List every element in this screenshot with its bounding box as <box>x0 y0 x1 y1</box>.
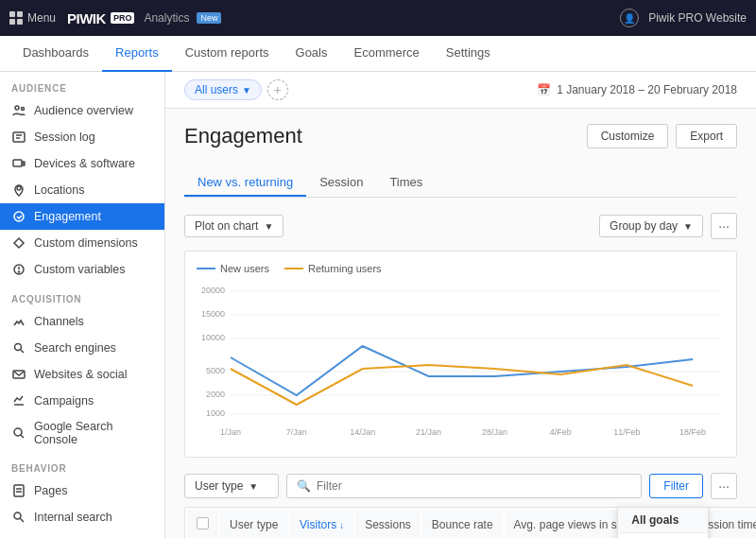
user-icon[interactable]: 👤 <box>620 9 639 27</box>
chevron-down-icon: ▼ <box>683 221 693 232</box>
filter-button[interactable]: Filter <box>649 474 703 498</box>
nav-ecommerce[interactable]: Ecommerce <box>340 36 432 72</box>
top-bar: Menu PIWIKPRO Analytics New 👤 Piwik PRO … <box>0 0 756 36</box>
sidebar-label: Audience overview <box>34 104 133 117</box>
audience-section-label: AUDIENCE <box>0 72 164 97</box>
legend-new-users: New users <box>197 263 269 274</box>
sidebar-item-outlinks[interactable]: Outlinks <box>0 530 164 538</box>
logo-analytics: Analytics <box>144 11 189 25</box>
logo-pro: PRO <box>111 12 135 24</box>
svg-text:7/Jan: 7/Jan <box>286 427 307 437</box>
table-more-button[interactable]: ··· <box>711 473 737 499</box>
chart-controls: Plot on chart ▼ Group by day ▼ ··· <box>184 213 737 239</box>
select-all-checkbox[interactable] <box>197 517 209 529</box>
svg-text:1/Jan: 1/Jan <box>220 427 241 437</box>
logo-new-badge: New <box>197 12 221 24</box>
export-button[interactable]: Export <box>676 124 737 148</box>
nav-goals[interactable]: Goals <box>283 36 341 72</box>
th-user-type: User type <box>220 510 288 538</box>
plot-label: Plot on chart <box>195 219 258 233</box>
sidebar-item-audience-overview[interactable]: Audience overview <box>0 97 164 124</box>
locations-icon <box>11 182 26 198</box>
svg-text:20000: 20000 <box>201 286 225 295</box>
nav-custom-reports[interactable]: Custom reports <box>172 36 283 72</box>
svg-point-11 <box>19 271 20 272</box>
sidebar-label: Custom variables <box>34 263 126 276</box>
sidebar-item-locations[interactable]: Locations <box>0 177 164 203</box>
sidebar-label: Locations <box>34 183 85 197</box>
date-range[interactable]: 📅 1 January 2018 – 20 February 2018 <box>537 83 737 96</box>
sidebar-item-campaigns[interactable]: Campaigns <box>0 388 164 414</box>
chart-more-button[interactable]: ··· <box>711 213 737 239</box>
sidebar-label: Google Search Console <box>34 420 153 446</box>
chevron-down-icon: ▼ <box>249 481 258 492</box>
segment-pill[interactable]: All users ▼ <box>184 79 262 100</box>
svg-point-0 <box>15 106 19 110</box>
svg-text:21/Jan: 21/Jan <box>416 427 441 437</box>
svg-point-8 <box>14 212 24 221</box>
logo: PIWIKPRO Analytics New <box>67 10 221 26</box>
th-visitors: Visitors ↓ <box>290 510 353 538</box>
goals-dropdown: All goals Conversions <box>617 507 709 538</box>
goals-item-conversions[interactable]: Conversions <box>618 533 708 538</box>
customize-button[interactable]: Customize <box>587 124 669 148</box>
logo-piwik: PIWIK <box>67 10 106 26</box>
svg-rect-16 <box>14 485 24 496</box>
dimension-select[interactable]: User type ▼ <box>184 474 279 498</box>
add-segment-button[interactable]: + <box>267 79 288 100</box>
tab-new-vs-returning[interactable]: New vs. returning <box>184 169 306 197</box>
filter-input[interactable] <box>317 479 631 493</box>
svg-rect-5 <box>13 160 22 166</box>
tab-times[interactable]: Times <box>376 169 436 197</box>
svg-point-1 <box>22 108 25 111</box>
sidebar-item-pages[interactable]: Pages <box>0 477 164 504</box>
visitors-sort[interactable]: Visitors ↓ <box>300 518 344 531</box>
svg-rect-6 <box>23 162 25 165</box>
group-label: Group by day <box>610 219 678 233</box>
sidebar-item-devices-software[interactable]: Devices & software <box>0 150 164 177</box>
acquisition-section-label: ACQUISITION <box>0 283 164 308</box>
nav-settings[interactable]: Settings <box>433 36 504 72</box>
svg-text:18/Feb: 18/Feb <box>679 427 706 437</box>
sidebar-item-internal-search[interactable]: Internal search <box>0 504 164 530</box>
sidebar-item-websites-social[interactable]: Websites & social <box>0 361 164 388</box>
sort-icon: ↓ <box>339 520 344 530</box>
site-name: Piwik PRO Website <box>648 11 747 25</box>
sidebar-item-search-engines[interactable]: Search engines <box>0 335 164 361</box>
nav-dashboards[interactable]: Dashboards <box>9 36 102 72</box>
svg-line-20 <box>21 519 25 523</box>
sidebar-item-engagement[interactable]: Engagement <box>0 203 164 230</box>
calendar-icon: 📅 <box>537 83 551 96</box>
nav-reports[interactable]: Reports <box>102 36 172 72</box>
svg-point-12 <box>15 344 22 351</box>
devices-icon <box>11 156 26 171</box>
filter-input-wrapper: 🔍 <box>286 474 642 498</box>
session-log-icon <box>11 130 26 145</box>
content-header: All users ▼ + 📅 1 January 2018 – 20 Febr… <box>165 72 756 109</box>
svg-text:4/Feb: 4/Feb <box>550 427 572 437</box>
sidebar-item-session-log[interactable]: Session log <box>0 124 164 150</box>
sidebar-item-custom-dimensions[interactable]: Custom dimensions <box>0 230 164 256</box>
sidebar-item-google-search-console[interactable]: Google Search Console <box>0 414 164 452</box>
more-icon: ··· <box>718 218 730 234</box>
custom-variables-icon <box>11 262 26 277</box>
group-select[interactable]: Group by day ▼ <box>599 215 703 237</box>
sidebar-item-channels[interactable]: Channels <box>0 308 164 335</box>
internal-search-icon <box>11 510 26 525</box>
menu-button[interactable]: Menu <box>9 11 56 25</box>
grid-icon <box>9 11 23 25</box>
legend-new-users-label: New users <box>220 263 269 274</box>
chart-svg: 20000 15000 10000 5000 2000 1000 <box>197 282 725 443</box>
svg-rect-2 <box>13 132 25 142</box>
plot-select[interactable]: Plot on chart ▼ <box>184 215 284 237</box>
sidebar-label: Internal search <box>34 511 112 524</box>
svg-text:10000: 10000 <box>201 333 225 342</box>
dimension-label: User type <box>195 479 243 493</box>
content-inner: Engagement Customize Export New vs. retu… <box>165 109 756 538</box>
sidebar-label: Pages <box>34 484 67 497</box>
sidebar-item-custom-variables[interactable]: Custom variables <box>0 256 164 283</box>
svg-text:5000: 5000 <box>206 366 225 375</box>
pages-icon <box>11 483 26 498</box>
tab-session[interactable]: Session <box>306 169 376 197</box>
svg-text:11/Feb: 11/Feb <box>613 427 640 437</box>
